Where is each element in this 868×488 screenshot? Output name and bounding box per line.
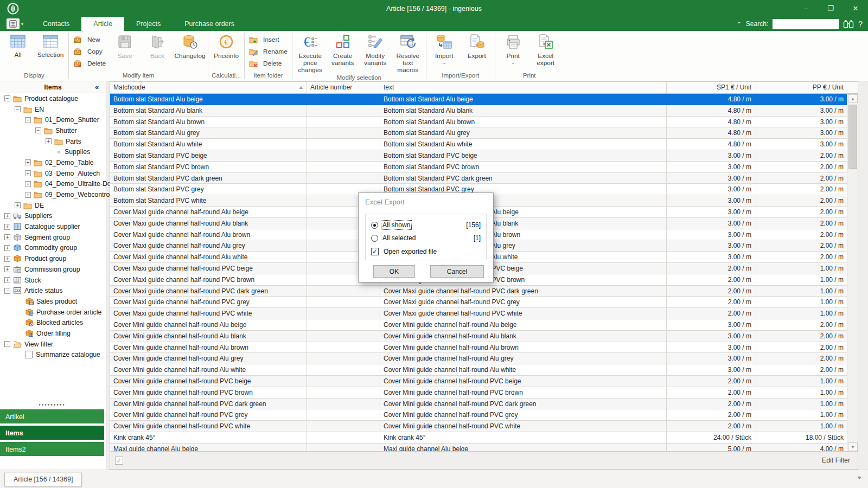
table-row[interactable]: Bottom slat Standard Alu blankBottom sla… [110, 105, 848, 117]
scroll-down-icon[interactable]: ▼ [848, 442, 858, 451]
table-cell[interactable]: 2.00 / m [756, 173, 848, 184]
table-cell[interactable]: Bottom slat Standard PVC dark green [110, 173, 307, 184]
table-cell[interactable]: 2.00 / m [667, 274, 756, 286]
table-cell[interactable]: Bottom slat Standard PVC brown [110, 162, 307, 173]
table-cell[interactable]: 4.80 / m [667, 127, 756, 139]
tree-item-purchase-order-article[interactable]: Purchase order article [0, 307, 106, 318]
table-row[interactable]: Bottom slat Standard Alu whiteBottom sla… [110, 139, 848, 150]
table-cell[interactable]: Cover Maxi guide channel half-round Alu … [110, 207, 307, 218]
copy-button[interactable]: Copy [71, 46, 108, 57]
table-row[interactable]: Bottom slat Standard PVC brownBottom sla… [110, 162, 848, 173]
table-cell[interactable]: 3.00 / m [756, 94, 848, 105]
filter-checkbox[interactable]: ✓ [115, 457, 123, 465]
table-cell[interactable]: 2.00 / m [667, 286, 756, 297]
table-cell[interactable]: 2.00 / m [756, 331, 848, 342]
table-cell[interactable] [307, 286, 380, 297]
tab-contacts[interactable]: Contacts [31, 17, 81, 31]
column-header-article-number[interactable]: Article number [307, 82, 380, 93]
collapse-icon[interactable]: − [4, 341, 10, 347]
checkbox-icon[interactable]: ✓ [371, 248, 379, 255]
table-cell[interactable] [307, 150, 380, 162]
table-cell[interactable]: Bottom slat Standard Alu beige [380, 94, 667, 105]
table-cell[interactable]: Bottom slat Standard PVC white [110, 195, 307, 207]
table-cell[interactable]: Cover Maxi guide channel half-round Alu … [110, 229, 307, 241]
panel-splitter-handle[interactable]: ••••••••• [0, 402, 104, 408]
table-cell[interactable]: 3.00 / m [667, 342, 756, 354]
tree-item-supplies[interactable]: Supplies [0, 146, 106, 157]
execute-price-changes-button[interactable]: €Execute price changes [295, 32, 326, 74]
table-cell[interactable]: 1.00 / m [756, 376, 848, 387]
table-row[interactable]: Bottom slat Standard Alu beigeBottom sla… [110, 94, 848, 105]
table-cell[interactable]: Cover Mini guide channel half-round Alu … [380, 319, 667, 331]
table-cell[interactable] [307, 399, 380, 410]
expand-icon[interactable]: + [25, 170, 31, 176]
tree-item-sales-product[interactable]: Sales product [0, 296, 106, 307]
tree-item-02-demo-table[interactable]: +02_Demo_Table [0, 157, 106, 168]
table-cell[interactable]: Bottom slat Standard Alu white [380, 139, 667, 150]
expand-icon[interactable]: + [4, 256, 10, 262]
table-cell[interactable]: Cover Maxi guide channel half-round PVC … [110, 297, 307, 308]
collapse-icon[interactable]: − [25, 117, 31, 123]
table-cell[interactable]: Cover Mini guide channel half-round Alu … [380, 331, 667, 342]
table-cell[interactable]: Cover Mini guide channel half-round Alu … [110, 364, 307, 376]
table-cell[interactable]: 2.00 / m [756, 162, 848, 173]
table-row[interactable]: Cover Mini guide channel half-round PVC … [110, 376, 848, 387]
table-cell[interactable]: Cover Maxi guide channel half-round Alu … [110, 218, 307, 229]
table-cell[interactable]: Cover Maxi guide channel half-round PVC … [110, 274, 307, 286]
table-cell[interactable]: Cover Maxi guide channel half-round Alu … [110, 252, 307, 263]
tree-item-summarize-catalogue[interactable]: Summarize catalogue [0, 350, 106, 361]
table-cell[interactable]: Cover Mini guide channel half-round Alu … [380, 364, 667, 376]
table-row[interactable]: Cover Mini guide channel half-round Alu … [110, 342, 848, 354]
table-cell[interactable] [307, 308, 380, 319]
table-cell[interactable]: 1.00 / m [756, 409, 848, 421]
table-cell[interactable]: Cover Mini guide channel half-round PVC … [380, 387, 667, 399]
table-cell[interactable]: Bottom slat Standard Alu brown [110, 117, 307, 128]
import-button[interactable]: Import⌄ [429, 32, 460, 70]
table-row[interactable]: Maxi guide channel Alu beigeMaxi guide c… [110, 444, 848, 452]
table-cell[interactable]: 2.00 / m [756, 150, 848, 162]
table-cell[interactable]: 1.00 / m [756, 421, 848, 432]
tree-item-article-status[interactable]: −Article status [0, 285, 106, 296]
table-cell[interactable]: 1.00 / m [756, 297, 848, 308]
radio-button-icon[interactable] [371, 222, 378, 229]
table-cell[interactable]: Cover Mini guide channel half-round Alu … [380, 342, 667, 354]
table-cell[interactable]: 3.00 / m [667, 162, 756, 173]
collapse-ribbon-icon[interactable]: ⌃ [737, 21, 742, 27]
table-cell[interactable]: Bottom slat Standard Alu beige [110, 94, 307, 105]
table-cell[interactable]: 2.00 / m [667, 399, 756, 410]
tree-item-suppliers[interactable]: +Suppliers [0, 211, 106, 222]
table-row[interactable]: Bottom slat Standard Alu brownBottom sla… [110, 117, 848, 128]
table-cell[interactable]: Cover Mini guide channel half-round Alu … [110, 331, 307, 342]
table-cell[interactable] [307, 297, 380, 308]
collapse-icon[interactable]: − [4, 95, 10, 101]
table-cell[interactable]: 3.00 / m [667, 184, 756, 195]
table-cell[interactable]: Bottom slat Standard Alu grey [110, 127, 307, 139]
collapse-icon[interactable]: − [35, 127, 41, 133]
table-row[interactable]: Cover Maxi guide channel half-round PVC … [110, 297, 848, 308]
table-cell[interactable] [307, 127, 380, 139]
panel-bar-items[interactable]: Items [0, 426, 104, 440]
table-cell[interactable]: 3.00 / m [667, 207, 756, 218]
search-input[interactable] [773, 19, 839, 29]
tree-item-product-group[interactable]: +Product group [0, 253, 106, 264]
table-row[interactable]: Cover Mini guide channel half-round PVC … [110, 399, 848, 410]
tab-purchase-orders[interactable]: Purchase orders [173, 17, 246, 31]
tree-item-order-filling[interactable]: Order filling [0, 328, 106, 339]
table-cell[interactable]: Maxi guide channel Alu beige [380, 444, 667, 452]
restore-icon[interactable]: ❐ [818, 0, 843, 17]
table-cell[interactable]: 3.00 / m [667, 218, 756, 229]
table-cell[interactable] [307, 342, 380, 354]
table-cell[interactable]: Bottom slat Standard PVC brown [380, 162, 667, 173]
table-cell[interactable]: 3.00 / m [667, 240, 756, 252]
table-cell[interactable]: 18.00 / Stück [756, 432, 848, 444]
table-cell[interactable]: 2.00 / m [756, 319, 848, 331]
modify-variants-button[interactable]: Modify variants [360, 32, 391, 70]
tab-projects[interactable]: Projects [124, 17, 173, 31]
table-cell[interactable] [307, 331, 380, 342]
table-row[interactable]: Cover Mini guide channel half-round PVC … [110, 387, 848, 399]
edit-filter-button[interactable]: Edit Filter [822, 457, 850, 464]
table-cell[interactable]: Cover Mini guide channel half-round Alu … [110, 342, 307, 354]
app-menu-button[interactable]: ▾ [7, 17, 23, 31]
table-cell[interactable]: 2.00 / m [756, 229, 848, 241]
priceinfo-button[interactable]: €Priceinfo [210, 32, 242, 70]
